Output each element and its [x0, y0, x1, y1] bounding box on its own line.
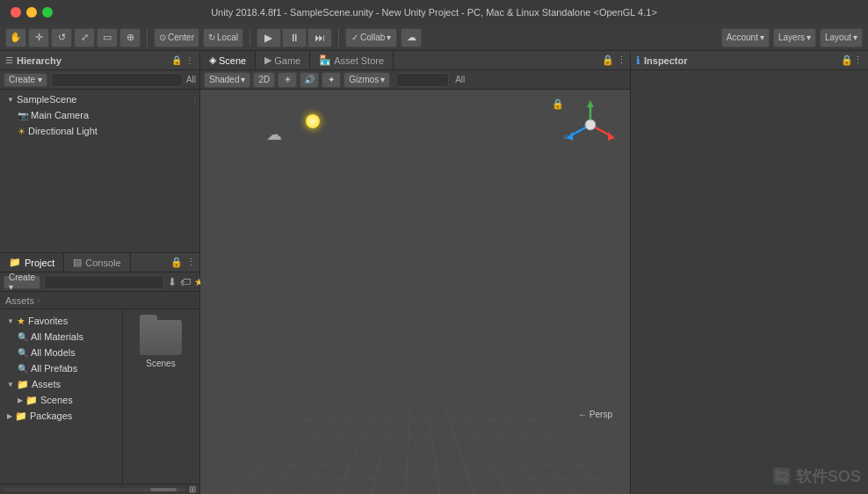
pivot-local-label: Local — [217, 33, 238, 42]
cloud-shape: ☁ — [266, 125, 282, 144]
rotate-tool[interactable]: ↺ — [51, 28, 72, 47]
inspector-title: Inspector — [644, 55, 841, 66]
scale-tool[interactable]: ⤢ — [74, 28, 95, 47]
inspector-menu-icon[interactable]: ⋮ — [853, 54, 863, 66]
inspector-icon: ℹ — [636, 54, 640, 67]
pivot-center-label: Center — [168, 33, 194, 42]
main-camera-item[interactable]: 📷 Main Camera — [0, 107, 199, 123]
scenes-folder-icon-visual — [140, 320, 182, 355]
persp-label: ← Persp — [578, 410, 612, 419]
game-tab-label: Game — [274, 55, 300, 66]
tab-game[interactable]: ▶ Game — [256, 51, 310, 69]
transform-tool[interactable]: ⊕ — [119, 28, 141, 47]
main-camera-label: Main Camera — [31, 110, 89, 120]
console-tab-label: Console — [85, 258, 120, 268]
packages-item[interactable]: ▶ 📁 Packages — [0, 408, 122, 424]
project-lock-icon[interactable]: 🔒 — [170, 257, 183, 268]
tab-console[interactable]: ▤ Console — [64, 253, 130, 272]
scenes-folder-item[interactable]: Scenes — [130, 316, 192, 372]
watermark-logo: 🔄 — [772, 468, 792, 485]
main-layout: ☰ Hierarchy 🔒 ⋮ Create ▾ All ▼ SampleSce… — [0, 51, 868, 494]
scrollbar-thumb[interactable] — [150, 488, 177, 491]
scene-menu-icon[interactable]: ⋮ — [191, 95, 199, 105]
project-search[interactable] — [44, 275, 164, 289]
cloud-button[interactable]: ☁ — [401, 28, 422, 47]
scenes-item[interactable]: ▶ 📁 Scenes — [0, 392, 122, 408]
close-button[interactable] — [11, 7, 21, 18]
assets-breadcrumb[interactable]: Assets — [5, 295, 34, 306]
packages-label: Packages — [30, 410, 72, 421]
scene-menu-icon[interactable]: ⋮ — [617, 54, 626, 66]
svg-text:z: z — [564, 133, 568, 141]
layers-button[interactable]: Layers ▾ — [773, 28, 816, 47]
lighting-btn[interactable]: ☀ — [278, 72, 297, 88]
favorites-item[interactable]: ▼ ★ Favorites — [0, 313, 122, 329]
packages-expand-icon: ▶ — [7, 412, 12, 420]
scenes-label: Scenes — [40, 395, 73, 405]
scene-lock-icon-overlay: 🔒 — [552, 98, 564, 110]
hierarchy-search[interactable] — [51, 73, 183, 87]
assets-folder-icon: 📁 — [17, 379, 29, 390]
collab-button[interactable]: ✓ Collab ▾ — [345, 28, 397, 47]
mode-2d-button[interactable]: 2D — [253, 72, 275, 88]
inspector-lock-icon[interactable]: 🔒 — [841, 54, 853, 66]
project-breadcrumb: Assets › — [0, 292, 199, 309]
gizmos-search-input[interactable] — [396, 73, 449, 87]
pause-button[interactable]: ⏸ — [282, 28, 307, 47]
collab-label: Collab — [360, 33, 385, 42]
directional-light-item[interactable]: ☀ Directional Light — [0, 123, 199, 139]
account-button[interactable]: Account ▾ — [721, 28, 770, 47]
all-models-item[interactable]: 🔍 All Models — [0, 345, 122, 360]
hierarchy-create-button[interactable]: Create ▾ — [4, 73, 47, 87]
play-controls: ▶ ⏸ ⏭ — [257, 28, 332, 47]
store-tab-icon: 🏪 — [319, 54, 331, 66]
step-button[interactable]: ⏭ — [307, 28, 332, 47]
effects-btn[interactable]: ✦ — [322, 72, 341, 88]
maximize-button[interactable] — [42, 7, 53, 18]
favorites-star-icon: ★ — [17, 316, 25, 327]
hierarchy-lock-icon[interactable]: 🔒 — [171, 55, 182, 65]
inspector-header: ℹ Inspector 🔒 ⋮ — [631, 51, 868, 70]
collab-dropdown-icon: ▾ — [387, 33, 391, 42]
pivot-icon: ⊙ — [159, 33, 166, 42]
light-icon: ☀ — [18, 127, 25, 136]
traffic-lights[interactable] — [11, 7, 53, 18]
all-materials-item[interactable]: 🔍 All Materials — [0, 329, 122, 345]
scene-gizmo[interactable]: x y z — [564, 98, 617, 151]
scene-lock-icon[interactable]: 🔒 — [602, 54, 614, 66]
favorites-label: Favorites — [28, 316, 68, 326]
project-scrollbar[interactable]: ⊞ — [0, 483, 199, 494]
tab-project[interactable]: 📁 Project — [0, 253, 64, 272]
watermark-text: 软件SOS — [796, 468, 861, 485]
gizmos-dropdown[interactable]: Gizmos ▾ — [344, 72, 390, 88]
project-tree: ▼ ★ Favorites 🔍 All Materials 🔍 All Mode… — [0, 309, 123, 483]
tab-asset-store[interactable]: 🏪 Asset Store — [310, 51, 394, 69]
all-prefabs-item[interactable]: 🔍 All Prefabs — [0, 360, 122, 376]
project-tag-icon[interactable]: 🏷 — [180, 276, 191, 288]
shading-dropdown[interactable]: Shaded ▾ — [204, 72, 250, 88]
hierarchy-menu-icon[interactable]: ⋮ — [185, 55, 194, 65]
layout-label: Layout — [825, 33, 851, 42]
left-panel: ☰ Hierarchy 🔒 ⋮ Create ▾ All ▼ SampleSce… — [0, 51, 200, 494]
move-tool[interactable]: ✛ — [28, 28, 49, 47]
pivot-center-button[interactable]: ⊙ Center — [154, 28, 199, 47]
pivot-local-button[interactable]: ↻ Local — [203, 28, 243, 47]
sep2 — [250, 29, 250, 47]
tab-scene[interactable]: ◈ Scene — [200, 51, 256, 69]
project-menu-icon[interactable]: ⋮ — [186, 257, 196, 268]
all-materials-label: All Materials — [31, 331, 83, 342]
scene-tab-bar: ◈ Scene ▶ Game 🏪 Asset Store 🔒 ⋮ — [200, 51, 630, 70]
rect-tool[interactable]: ▭ — [97, 28, 118, 47]
assets-item[interactable]: ▼ 📁 Assets — [0, 376, 122, 392]
console-icon: ▤ — [73, 257, 82, 268]
project-favorites-icon[interactable]: ⬇ — [168, 276, 177, 288]
audio-btn[interactable]: 🔊 — [300, 72, 319, 88]
sample-scene-item[interactable]: ▼ SampleScene ⋮ — [0, 91, 199, 107]
breadcrumb-arrow: › — [37, 295, 40, 305]
play-button[interactable]: ▶ — [257, 28, 281, 47]
layout-button[interactable]: Layout ▾ — [820, 28, 863, 47]
scene-view[interactable]: ☁ 🔒 x y — [200, 90, 630, 494]
hand-tool[interactable]: ✋ — [5, 28, 26, 47]
project-create-button[interactable]: Create ▾ — [4, 275, 40, 289]
minimize-button[interactable] — [26, 7, 37, 18]
